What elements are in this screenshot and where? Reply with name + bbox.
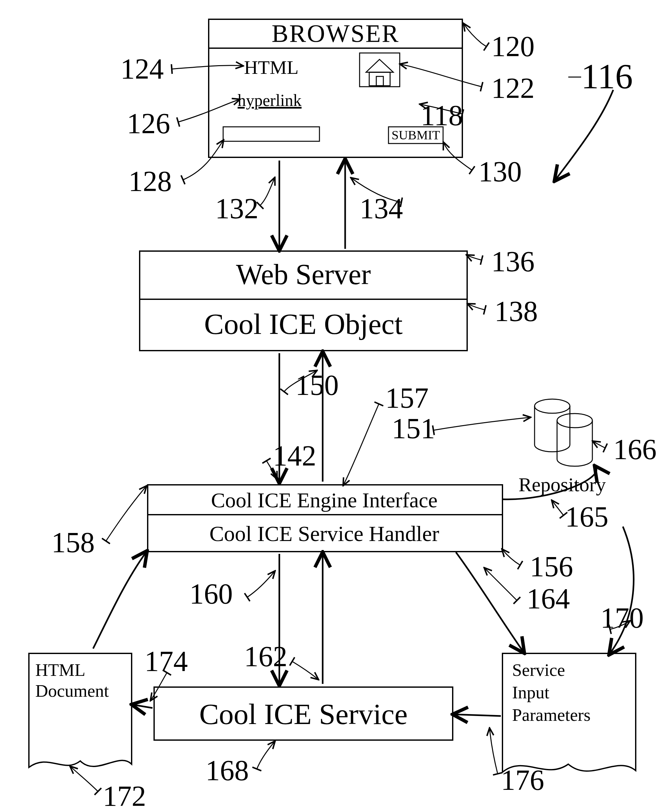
ref-150: 150	[295, 369, 339, 401]
ref-134: 134	[360, 192, 403, 225]
ref-132: 132	[215, 192, 259, 225]
cool-ice-service-block: Cool ICE Service	[154, 687, 453, 740]
leader-166	[593, 442, 605, 448]
ref-160: 160	[189, 578, 233, 610]
service-handler-label: Cool ICE Service Handler	[209, 521, 439, 546]
html-label: HTML	[244, 57, 299, 78]
ref-126: 126	[127, 108, 170, 139]
leader-164	[485, 568, 517, 600]
html-document-icon: HTML Document	[29, 653, 132, 767]
ref-174: 174	[144, 645, 188, 677]
leader-124	[172, 65, 243, 69]
ref-165: 165	[565, 501, 608, 533]
arrow-174	[133, 705, 152, 708]
leader-136	[467, 255, 482, 260]
ref-172: 172	[103, 780, 146, 812]
architecture-diagram: BROWSER HTML hyperlink SUBMIT 124 126 12…	[0, 0, 663, 812]
ref-151: 151	[392, 412, 435, 444]
html-doc-l1: HTML	[35, 660, 86, 680]
browser-title: BROWSER	[272, 19, 399, 47]
ref-157: 157	[385, 382, 429, 414]
repository-icon	[535, 399, 592, 466]
browser-window: BROWSER HTML hyperlink SUBMIT	[209, 19, 462, 157]
ref-122: 122	[491, 72, 535, 104]
leader-172	[71, 767, 98, 791]
ref-138: 138	[495, 295, 538, 327]
leader-165	[552, 501, 563, 515]
home-icon	[360, 53, 400, 87]
arrow-158	[93, 552, 146, 649]
arrow-170-curve	[610, 527, 634, 653]
engine-interface-label: Cool ICE Engine Interface	[211, 488, 438, 512]
svg-point-11	[557, 414, 592, 428]
leader-151	[433, 417, 530, 430]
leader-160	[247, 571, 275, 597]
ref-170: 170	[600, 602, 644, 634]
ref-128: 128	[128, 165, 172, 197]
svg-rect-5	[376, 76, 383, 86]
arrow-176	[454, 714, 501, 716]
arrow-164	[456, 552, 523, 652]
leader-130	[444, 143, 472, 170]
cool-ice-object-block: Cool ICE Object	[140, 299, 467, 351]
leader-176	[490, 729, 498, 774]
ref-130: 130	[479, 156, 522, 188]
ref-116: 116	[581, 57, 633, 96]
web-server-block: Web Server	[140, 251, 467, 299]
ref-168: 168	[205, 755, 249, 786]
ref-136: 136	[491, 246, 535, 277]
leader-168	[257, 742, 275, 769]
svg-rect-3	[360, 53, 400, 87]
sip-l2: Input	[512, 683, 549, 702]
ref-118: 118	[420, 100, 463, 131]
ref-166: 166	[613, 433, 657, 465]
ref-124: 124	[120, 53, 164, 85]
svg-point-10	[535, 399, 570, 413]
leader-162	[292, 662, 318, 679]
leader-128	[183, 141, 223, 180]
service-handler-block: Cool ICE Service Handler	[148, 515, 503, 552]
engine-interface-block: Cool ICE Engine Interface	[148, 485, 503, 515]
service-input-parameters-icon: Service Input Parameters	[503, 653, 636, 772]
ref-164: 164	[527, 583, 570, 615]
leader-138	[468, 304, 485, 310]
ref-158: 158	[52, 527, 95, 558]
ref-156: 156	[530, 551, 573, 582]
leader-156	[503, 550, 520, 565]
leader-158-docnote	[106, 487, 146, 541]
text-input[interactable]	[223, 127, 319, 141]
sip-l1: Service	[512, 660, 565, 680]
hyperlink-label: hyperlink	[238, 91, 301, 110]
svg-rect-4	[369, 72, 390, 86]
ref-176: 176	[501, 764, 544, 796]
cool-ice-object-label: Cool ICE Object	[204, 307, 403, 340]
sip-l3: Parameters	[512, 705, 590, 725]
leader-122	[401, 64, 482, 87]
arrow-116	[555, 90, 613, 180]
ref-162: 162	[244, 641, 287, 672]
leader-157	[344, 404, 379, 485]
cool-ice-service-label: Cool ICE Service	[199, 698, 408, 730]
ref-120: 120	[491, 31, 535, 62]
leader-120	[464, 24, 482, 43]
html-doc-l2: Document	[35, 681, 109, 700]
leader-132	[260, 178, 275, 205]
web-server-label: Web Server	[236, 259, 371, 290]
ref-142: 142	[273, 440, 316, 472]
